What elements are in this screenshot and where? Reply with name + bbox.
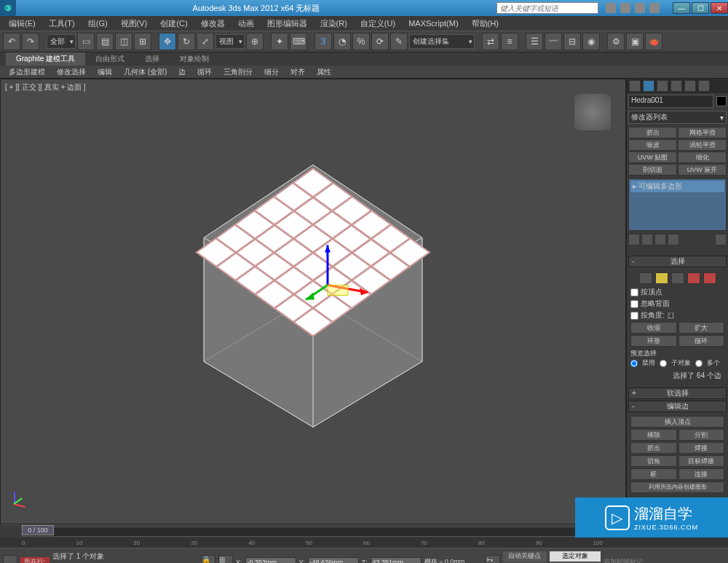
maximize-button[interactable]: ☐ (692, 2, 709, 14)
curve-editor-button[interactable]: 〰 (545, 33, 562, 50)
menu-tools[interactable]: 工具(T) (43, 17, 81, 31)
chamfer-button[interactable]: 切角 (630, 455, 677, 467)
render-frame-button[interactable]: ▣ (626, 33, 644, 50)
layers-button[interactable]: ☰ (526, 33, 543, 50)
display-tab-icon[interactable] (684, 80, 696, 92)
menu-modifiers[interactable]: 修改器 (195, 17, 231, 31)
by-angle-checkbox[interactable] (630, 312, 638, 320)
ribbon-tab-graphite[interactable]: Graphite 建模工具 (6, 52, 85, 66)
subobj-vertex-icon[interactable] (639, 272, 652, 284)
angle-snap-button[interactable]: ◔ (333, 33, 351, 50)
object-name-field[interactable]: Hedra001 (628, 95, 713, 108)
ribbon-tab-freeform[interactable]: 自由形式 (85, 52, 135, 66)
pin-stack-icon[interactable] (628, 234, 640, 245)
ribbon-poly-model[interactable]: 多边形建模 (3, 66, 51, 79)
menu-render[interactable]: 渲染(R) (314, 17, 353, 31)
menu-help[interactable]: 帮助(H) (466, 17, 505, 31)
ribbon-subdiv[interactable]: 细分 (258, 66, 285, 79)
modifier-list-dropdown[interactable]: 修改器列表▾ (628, 111, 727, 124)
viewport-object[interactable] (182, 157, 444, 434)
motion-tab-icon[interactable] (670, 80, 682, 92)
ribbon-modify-sel[interactable]: 修改选择 (51, 66, 92, 79)
subobj-element-icon[interactable] (703, 272, 716, 284)
btn-unwrap[interactable]: UVW 展开 (678, 164, 727, 176)
selection-filter-dropdown[interactable]: 全部 (47, 34, 76, 49)
viewport[interactable]: [ + ][ 正交 ][ 真实 + 边面 ] (0, 79, 626, 524)
menu-views[interactable]: 视图(V) (115, 17, 154, 31)
split-button[interactable]: 分割 (678, 429, 725, 441)
redo-button[interactable]: ↷ (22, 33, 39, 50)
target-weld-button[interactable]: 目标焊接 (678, 455, 725, 467)
named-selection-dropdown[interactable]: 创建选择集 (409, 34, 475, 49)
subobj-polygon-icon[interactable] (687, 272, 700, 284)
unique-icon[interactable] (654, 234, 666, 245)
rollout-soft-selection[interactable]: 软选择 (628, 387, 727, 399)
menu-customize[interactable]: 自定义(U) (355, 17, 401, 31)
rollout-selection[interactable]: 选择 (628, 256, 727, 267)
connect-button[interactable]: 连接 (678, 468, 725, 480)
btn-noise[interactable]: 噪波 (628, 139, 677, 151)
menu-maxscript[interactable]: MAXScript(M) (403, 17, 464, 29)
info-icon[interactable] (649, 3, 660, 13)
percent-snap-button[interactable]: % (352, 33, 370, 50)
select-name-button[interactable]: ▤ (96, 33, 114, 50)
rotate-button[interactable]: ↻ (178, 33, 195, 50)
ignore-back-checkbox[interactable] (630, 300, 638, 308)
star-icon[interactable] (620, 3, 630, 13)
render-button[interactable]: 🫖 (645, 33, 662, 50)
subobj-border-icon[interactable] (671, 272, 684, 284)
schematic-button[interactable]: ⊟ (563, 33, 581, 50)
x-coord-input[interactable] (245, 557, 296, 564)
edit-selection-button[interactable]: ✎ (390, 33, 408, 50)
create-tab-icon[interactable] (629, 80, 641, 92)
auto-key-button[interactable]: 自动关键点 (503, 551, 547, 562)
create-shape-button[interactable]: 利用所选内容创建图形 (630, 481, 724, 493)
cube-icon[interactable] (635, 3, 645, 13)
modify-tab-icon[interactable] (643, 80, 654, 92)
add-time-tag[interactable]: 添加时间标记 (604, 557, 725, 563)
select-region-button[interactable]: ◫ (115, 33, 132, 50)
ribbon-tri[interactable]: 三角剖分 (218, 66, 258, 79)
pivot-button[interactable]: ⊕ (246, 33, 264, 50)
utilities-tab-icon[interactable] (698, 80, 710, 92)
ribbon-edge[interactable]: 边 (173, 66, 191, 79)
window-crossing-button[interactable]: ⊞ (134, 33, 151, 50)
time-slider[interactable]: 0 / 100 (22, 525, 54, 535)
material-button[interactable]: ◉ (582, 33, 600, 50)
ribbon-edit[interactable]: 编辑 (92, 66, 118, 79)
btn-uvwmap[interactable]: UVW 贴图 (628, 151, 677, 163)
preview-multi-radio[interactable] (695, 360, 703, 367)
extrude-edge-button[interactable]: 挤出 (630, 442, 677, 454)
menu-edit[interactable]: 编辑(E) (3, 17, 41, 31)
abs-rel-icon[interactable]: ⊞ (218, 555, 233, 564)
preview-subobj-radio[interactable] (660, 360, 667, 367)
align-button[interactable]: ≡ (501, 33, 518, 50)
btn-meshsmooth[interactable]: 网格平滑 (678, 127, 727, 138)
minimize-button[interactable]: — (673, 2, 690, 14)
angle-spinner[interactable] (667, 312, 675, 320)
select-button[interactable]: ▭ (77, 33, 95, 50)
btn-turbosmooth[interactable]: 涡轮平滑 (678, 139, 727, 151)
bridge-button[interactable]: 桥 (630, 468, 677, 480)
ribbon-align[interactable]: 对齐 (285, 66, 311, 79)
menu-create[interactable]: 创建(C) (154, 17, 193, 31)
keyboard-button[interactable]: ⌨ (290, 33, 307, 50)
ref-coord-dropdown[interactable]: 视图 (215, 34, 245, 49)
ring-button[interactable]: 环形 (630, 335, 677, 347)
stack-item-editable-poly[interactable]: ▸ 可编辑多边形 (630, 181, 724, 192)
ribbon-geometry[interactable]: 几何体 (全部) (118, 66, 173, 79)
insert-vertex-button[interactable]: 插入顶点 (630, 416, 724, 428)
remove-mod-icon[interactable] (668, 234, 679, 245)
sel-set-dropdown[interactable]: 选定对象 (550, 551, 601, 562)
object-color-swatch[interactable] (716, 96, 727, 106)
close-button[interactable]: ✕ (711, 2, 728, 14)
spinner-snap-button[interactable]: ⟳ (371, 33, 389, 50)
mirror-button[interactable]: ⇄ (482, 33, 499, 50)
btn-tessellate[interactable]: 细化 (678, 151, 727, 163)
z-coord-input[interactable] (371, 557, 422, 564)
manipulate-button[interactable]: ✦ (271, 33, 288, 50)
move-button[interactable]: ✥ (159, 33, 176, 50)
help-icon[interactable] (606, 3, 616, 13)
shrink-button[interactable]: 收缩 (630, 322, 677, 334)
menu-animation[interactable]: 动画 (232, 17, 260, 31)
